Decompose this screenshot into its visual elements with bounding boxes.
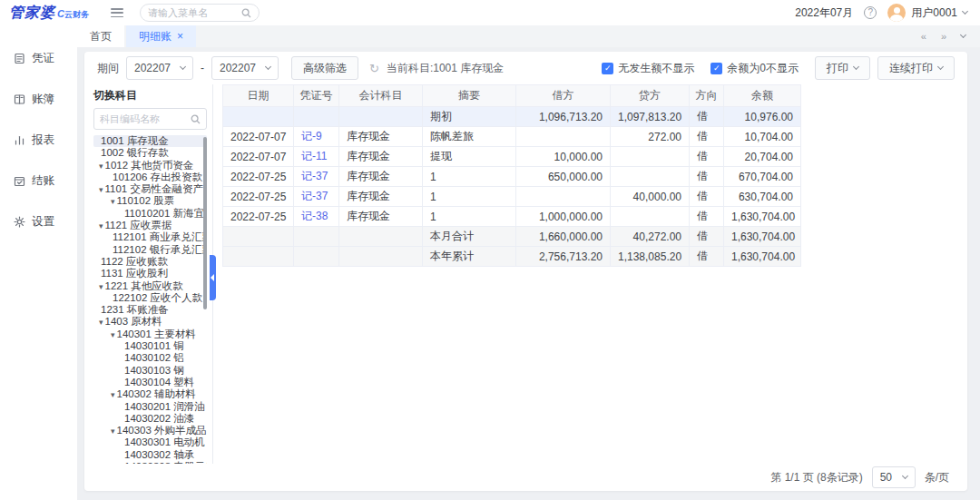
tree-item-account[interactable]: 14030301 电动机 xyxy=(93,436,207,448)
checkbox-label: 余额为0不显示 xyxy=(727,61,799,76)
tree-item-label: 1002 银行存款 xyxy=(101,147,169,158)
tree-item-account[interactable]: 14030202 油漆 xyxy=(93,413,207,425)
user-menu[interactable]: 用户0001 xyxy=(887,4,967,22)
menu-search-input[interactable] xyxy=(148,7,241,18)
tree-item-account[interactable]: 1002 银行存款 xyxy=(93,147,207,159)
account-search-input[interactable] xyxy=(100,113,191,124)
ledger-table: 日期 凭证号 会计科目 摘要 借方 贷方 方向 余额 xyxy=(222,84,801,267)
cell-credit: 40,272.00 xyxy=(611,227,690,247)
tree-item-account[interactable]: 14030101 铜 xyxy=(93,340,207,352)
tree-item-account[interactable]: 14030102 铝 xyxy=(93,352,207,364)
cell-account xyxy=(339,107,423,127)
cell-debit: 1,096,713.20 xyxy=(516,107,611,127)
cell-balance: 1,630,704.00 xyxy=(724,227,801,247)
cell-direction: 借 xyxy=(690,127,724,147)
cell-credit xyxy=(611,147,690,167)
voucher-link[interactable] xyxy=(294,107,339,127)
sidebar-item-label: 结账 xyxy=(32,173,54,189)
voucher-link[interactable]: 记-38 xyxy=(294,207,339,227)
close-icon[interactable]: × xyxy=(177,30,183,43)
tree-item-account[interactable]: ▾140302 辅助材料 xyxy=(93,388,207,400)
tree-item-account[interactable]: 1001 库存现金 xyxy=(93,135,207,147)
tree-item-account[interactable]: 1131 应收股利 xyxy=(93,268,207,279)
refresh-icon[interactable]: ↻ xyxy=(369,62,379,75)
workspace: 期间 202207 - 202207 高级筛选 ↻ 当前科目:1001 库存现金… xyxy=(77,47,980,500)
print-button[interactable]: 打印 xyxy=(815,56,870,80)
menu-toggle-icon[interactable] xyxy=(111,8,123,17)
tab-detail-ledger[interactable]: 明细账 × xyxy=(126,25,196,47)
collapse-right-icon[interactable]: » xyxy=(941,31,946,42)
tree-item-account[interactable]: ▾1221 其他应收款 xyxy=(93,280,207,292)
tree-item-account[interactable]: ▾140301 主要材料 xyxy=(93,328,207,340)
tree-expand-icon[interactable]: ▾ xyxy=(99,221,103,231)
tree-expand-icon[interactable]: ▾ xyxy=(99,184,103,195)
cell-debit: 1,000,000.00 xyxy=(516,207,611,227)
cell-summary: 提现 xyxy=(423,147,516,167)
tree-item-account[interactable]: 112102 银行承兑汇票 xyxy=(93,244,207,256)
tree-item-account[interactable]: 14030303 电器元件 xyxy=(93,461,207,464)
tree-item-account[interactable]: 14030103 钢 xyxy=(93,365,207,377)
tree-item-account[interactable]: 122102 应收个人款 xyxy=(93,292,207,304)
chevron-down-icon xyxy=(937,64,944,70)
tree-item-label: 101206 存出投资款 xyxy=(113,172,202,182)
sidebar-item-settings[interactable]: 设置 xyxy=(0,201,77,242)
tree-item-account[interactable]: ▾110102 股票 xyxy=(93,195,207,207)
tree-item-account[interactable]: 112101 商业承兑汇票 xyxy=(93,231,207,243)
no-activity-checkbox[interactable]: ✓ 无发生额不显示 xyxy=(602,61,694,76)
tree-expand-icon[interactable]: ▾ xyxy=(99,281,103,292)
voucher-link[interactable] xyxy=(294,227,339,247)
collapse-left-icon[interactable]: « xyxy=(921,31,926,42)
tree-item-account[interactable]: 11010201 新海宜 xyxy=(93,208,207,220)
tree-expand-icon[interactable]: ▾ xyxy=(99,317,103,328)
sidebar-item-voucher[interactable]: 凭证 xyxy=(0,38,77,79)
chevron-down-icon xyxy=(853,64,859,70)
page-size-select[interactable]: 50 xyxy=(872,466,916,488)
tree-item-account[interactable]: ▾1012 其他货币资金 xyxy=(93,160,207,172)
account-tree: 1001 库存现金 1002 银行存款 ▾1012 其他货币资金 xyxy=(93,135,207,464)
sidebar-item-ledger[interactable]: 账簿 xyxy=(0,79,77,120)
voucher-link[interactable] xyxy=(294,247,339,267)
voucher-link[interactable]: 记-37 xyxy=(294,167,339,187)
chevron-down-icon xyxy=(265,64,271,70)
tree-expand-icon[interactable]: ▾ xyxy=(99,161,103,172)
period-to-select[interactable]: 202207 xyxy=(211,56,279,80)
tree-item-label: 1231 坏账准备 xyxy=(101,304,169,315)
current-period-label[interactable]: 2022年07月 xyxy=(795,5,853,21)
tree-scrollbar[interactable] xyxy=(203,137,207,309)
period-from-select[interactable]: 202207 xyxy=(126,56,193,80)
voucher-link[interactable]: 记-9 xyxy=(294,127,339,147)
cell-direction: 借 xyxy=(690,247,724,267)
sidebar-item-report[interactable]: 报表 xyxy=(0,120,77,161)
cell-account: 库存现金 xyxy=(339,207,423,227)
tree-item-account[interactable]: 1122 应收账款 xyxy=(93,256,207,268)
tree-search-box xyxy=(93,108,207,130)
advanced-filter-button[interactable]: 高级筛选 xyxy=(291,56,358,80)
sidebar-item-closing[interactable]: 结账 xyxy=(0,161,77,201)
help-icon[interactable]: ? xyxy=(864,6,877,19)
tree-item-label: 14030202 油漆 xyxy=(124,413,194,424)
tree-item-account[interactable]: 14030302 轴承 xyxy=(93,449,207,461)
tree-item-account[interactable]: 101206 存出投资款 xyxy=(93,172,207,183)
cell-date: 2022-07-25 xyxy=(223,187,294,207)
voucher-link[interactable]: 记-11 xyxy=(294,147,339,167)
tree-item-account[interactable]: ▾1101 交易性金融资产 xyxy=(93,183,207,195)
tree-item-label: 140301 主要材料 xyxy=(117,328,197,339)
period-to-value: 202207 xyxy=(220,62,256,74)
tree-item-account[interactable]: ▾140303 外购半成品 xyxy=(93,425,207,436)
tree-item-account[interactable]: ▾1403 原材料 xyxy=(93,316,207,328)
tree-expand-icon[interactable]: ▾ xyxy=(111,196,115,207)
tree-item-account[interactable]: 1231 坏账准备 xyxy=(93,304,207,316)
tab-home[interactable]: 首页 xyxy=(77,25,124,47)
tree-item-account[interactable]: 14030201 润滑油 xyxy=(93,401,207,413)
voucher-link[interactable]: 记-37 xyxy=(294,187,339,207)
table-row: 期初 1,096,713.20 1,097,813.20 借 10,976.00 xyxy=(223,107,801,127)
tree-item-account[interactable]: 14030104 塑料 xyxy=(93,377,207,388)
tabs-more-icon[interactable] xyxy=(960,32,966,38)
tree-item-account[interactable]: ▾1121 应收票据 xyxy=(93,220,207,231)
tree-collapse-handle[interactable] xyxy=(210,255,216,300)
zero-balance-checkbox[interactable]: ✓ 余额为0不显示 xyxy=(710,61,799,76)
tree-expand-icon[interactable]: ▾ xyxy=(111,329,115,340)
tree-expand-icon[interactable]: ▾ xyxy=(111,389,115,400)
tree-expand-icon[interactable]: ▾ xyxy=(111,426,115,436)
print-continuous-button[interactable]: 连续打印 xyxy=(877,56,955,80)
